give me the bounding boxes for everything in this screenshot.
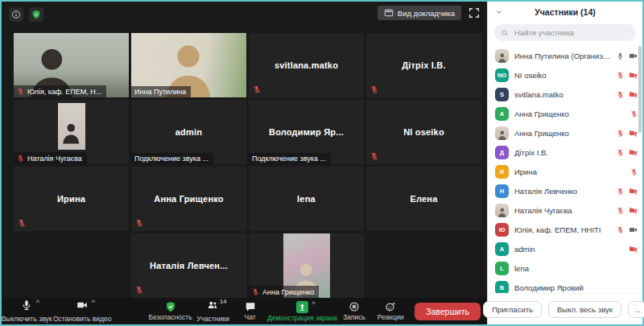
participant-name: Наталія Чугаєва: [514, 206, 611, 215]
video-tile-anna-g[interactable]: Анна Грищенко: [131, 167, 246, 231]
video-tile-yulia[interactable]: Юлія, каф. ЕПЕМ, Н...: [14, 33, 129, 97]
meeting-topbar: Вид докладчика: [2, 2, 487, 33]
meeting-main-area: Вид докладчика Юлія, каф. ЕПЕМ, Н... Инн…: [2, 2, 487, 324]
chat-button[interactable]: Чат: [238, 301, 262, 321]
muted-mic-icon[interactable]: [617, 187, 624, 196]
share-screen-icon: [296, 301, 308, 313]
more-options-button[interactable]: ...: [628, 301, 644, 318]
muted-mic-icon[interactable]: [617, 225, 624, 234]
muted-mic-icon[interactable]: [617, 129, 624, 138]
muted-mic-icon[interactable]: [630, 167, 638, 176]
participant-row[interactable]: A Анна Грищенко: [495, 104, 638, 123]
participant-row[interactable]: L lena: [495, 258, 638, 278]
muted-mic-icon[interactable]: [617, 206, 624, 215]
participant-avatar: NO: [495, 68, 509, 82]
participant-name: Юлія, каф. ЕПЕМ, ННІТІ: [514, 225, 611, 234]
video-tile-svitlana[interactable]: svitlana.matko: [249, 33, 364, 97]
participant-avatar: B: [495, 281, 509, 294]
participant-avatar: A: [495, 242, 509, 256]
security-shield-icon[interactable]: [29, 7, 43, 22]
invite-button[interactable]: Пригласить: [483, 301, 542, 318]
fullscreen-icon[interactable]: [468, 6, 481, 19]
tile-name-label: Юлія, каф. ЕПЕМ, Н...: [27, 88, 101, 96]
participants-panel: Участники (14) Инна Путилина (Организато…: [487, 2, 642, 324]
stop-video-button[interactable]: ^ Остановить видео: [59, 299, 105, 323]
video-tile-nioseiko[interactable]: NI oseiko: [366, 100, 481, 164]
participant-avatar: [495, 49, 509, 63]
video-grid: Юлія, каф. ЕПЕМ, Н... Инна Путилина svit…: [14, 33, 481, 298]
participant-name: Анна Грищенко: [514, 109, 625, 118]
security-button[interactable]: Безопасность: [153, 301, 188, 321]
muted-mic-icon: [18, 218, 26, 228]
video-tile-admin[interactable]: admin Подключение звука ...: [131, 100, 246, 164]
muted-mic-icon: [253, 85, 261, 94]
camera-off-icon[interactable]: [629, 90, 638, 99]
tile-center-name: svitlana.matko: [249, 33, 364, 97]
muted-mic-icon[interactable]: [617, 71, 624, 80]
end-meeting-button[interactable]: Завершить: [415, 303, 481, 320]
scrollbar-thumb[interactable]: [638, 46, 642, 133]
video-options-chevron[interactable]: ^: [91, 299, 95, 306]
video-tile-anna-selfie[interactable]: Анна Грищенко: [249, 233, 364, 298]
video-tile-inna-active-speaker[interactable]: Инна Путилина: [131, 33, 246, 97]
audio-connecting-label: Подключение звука ...: [134, 155, 208, 163]
muted-mic-icon[interactable]: [630, 109, 638, 118]
video-tile-volodymyr[interactable]: Володимир Яр... Подключение звука ...: [249, 100, 364, 164]
muted-mic-icon: [17, 154, 24, 163]
participant-row[interactable]: S svitlana.matko: [495, 85, 638, 104]
participant-search[interactable]: [494, 24, 636, 41]
participant-list[interactable]: Инна Путилина (Организатор, я) NO NI ose…: [488, 44, 642, 293]
camera-off-icon[interactable]: [629, 148, 638, 157]
chat-icon: [245, 301, 256, 312]
participant-row[interactable]: A admin: [495, 239, 638, 258]
record-button[interactable]: Запись: [342, 301, 366, 321]
participant-row[interactable]: NO NI oseiko: [495, 65, 638, 85]
zoom-meeting-window: Вид докладчика Юлія, каф. ЕПЕМ, Н... Инн…: [0, 0, 644, 326]
participant-name: Дітріх І.В.: [514, 148, 611, 157]
participants-button[interactable]: 14 Участники: [200, 299, 225, 323]
participant-row[interactable]: Анна Грищенко: [495, 123, 638, 142]
panel-collapse-chevron-icon[interactable]: [495, 8, 503, 16]
participant-row[interactable]: Ю Юлія, каф. ЕПЕМ, ННІТІ: [495, 220, 638, 239]
video-tile-chugaeva[interactable]: Наталія Чугаєва: [14, 100, 129, 164]
camera-off-icon[interactable]: [629, 245, 638, 254]
participant-row[interactable]: Инна Путилина (Организатор, я): [495, 46, 638, 65]
participant-row[interactable]: B Володимир Яровий: [495, 278, 638, 293]
muted-mic-icon[interactable]: [617, 148, 624, 157]
camera-on-icon[interactable]: [629, 52, 638, 60]
reactions-button[interactable]: Реакции: [378, 301, 402, 321]
video-tile-elena[interactable]: Елена: [366, 167, 481, 231]
share-screen-button[interactable]: ^ Демонстрация экрана: [275, 301, 330, 322]
speaker-view-button[interactable]: Вид докладчика: [378, 6, 461, 20]
mic-on-icon[interactable]: [617, 52, 624, 60]
tile-center-name: Дітріх І.В.: [366, 33, 481, 97]
camera-off-icon[interactable]: [629, 206, 638, 215]
participant-avatar: A: [495, 107, 509, 121]
tile-name-label: Анна Грищенко: [262, 288, 314, 296]
participant-avatar: L: [495, 262, 509, 275]
video-tile-lena[interactable]: lena: [249, 167, 364, 231]
meeting-info-icon[interactable]: [9, 7, 23, 22]
reactions-icon: [385, 301, 396, 312]
participant-row[interactable]: Н Наталія Левченко: [495, 181, 638, 200]
camera-off-icon[interactable]: [629, 71, 638, 80]
mute-button[interactable]: ^ Выключить звук: [6, 299, 47, 323]
search-input[interactable]: [513, 27, 630, 38]
video-tile-levchenko[interactable]: Наталія Левчен...: [131, 233, 246, 298]
camera-off-icon[interactable]: [629, 187, 638, 196]
muted-mic-icon: [135, 218, 143, 228]
participant-name: Инна Путилина (Организатор, я): [514, 52, 611, 60]
mute-all-button[interactable]: Выкл. весь звук: [548, 301, 621, 318]
share-options-chevron[interactable]: ^: [312, 300, 316, 307]
video-tile-ditrih[interactable]: Дітріх І.В.: [366, 33, 481, 97]
video-tile-irina[interactable]: Ирина: [14, 167, 129, 231]
participant-row[interactable]: Д Дітріх І.В.: [495, 142, 638, 162]
camera-on-icon[interactable]: [629, 225, 638, 234]
participant-row[interactable]: И Ирина: [495, 162, 638, 181]
participant-name: admin: [514, 245, 623, 254]
participant-name: svitlana.matko: [514, 90, 611, 99]
mic-options-chevron[interactable]: ^: [35, 299, 39, 306]
camera-off-icon[interactable]: [629, 129, 638, 138]
muted-mic-icon[interactable]: [617, 90, 624, 99]
participant-row[interactable]: Наталія Чугаєва: [495, 200, 638, 220]
